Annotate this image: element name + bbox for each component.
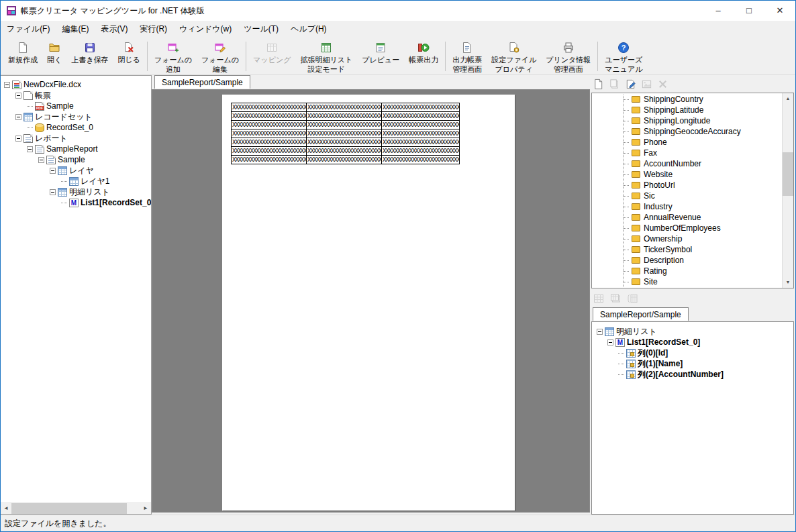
tree-item-recordsets[interactable]: レコードセット — [1, 111, 151, 122]
expand-toggle[interactable] — [26, 146, 34, 152]
menu-edit[interactable]: 編集(E) — [56, 21, 95, 38]
expand-toggle[interactable] — [15, 136, 22, 142]
field-item-website[interactable]: Website — [593, 169, 782, 180]
menu-help[interactable]: ヘルプ(H) — [285, 21, 333, 38]
table-cell[interactable]: XXXXXXXXXXXXXXXXXXXXXXXXXXXXXX — [382, 138, 460, 147]
field-item-shippinggeocodeaccuracy[interactable]: ShippingGeocodeAccuracy — [593, 126, 782, 137]
scroll-down-icon[interactable]: ▼ — [783, 277, 793, 288]
table-cell[interactable]: XXXXXXXXXXXXXXXXXXXXXXXXXXXXXX — [382, 121, 460, 129]
field-item-description[interactable]: Description — [593, 255, 782, 266]
table-cell[interactable]: XXXXXXXXXXXXXXXXXXXXXXXXXXXXXX — [382, 147, 460, 156]
expand-toggle[interactable] — [15, 114, 22, 120]
map-item-col2[interactable]: 列(2)[AccountNumber] — [592, 369, 793, 380]
tree-item-detail-list[interactable]: 明細リスト — [1, 187, 151, 197]
field-item-site[interactable]: Site — [593, 276, 782, 287]
field-item-accountnumber[interactable]: AccountNumber — [593, 158, 782, 169]
expand-toggle[interactable] — [38, 157, 45, 163]
field-item-photourl[interactable]: PhotoUrl — [593, 180, 782, 191]
table-cell[interactable]: XXXXXXXXXXXXXXXXXXXXXXXXXXXXXX — [307, 103, 382, 112]
expand-toggle[interactable] — [607, 339, 614, 345]
form-add-button[interactable]: フォームの 追加 — [150, 40, 197, 76]
output-report-manage-button[interactable]: 出力帳票 管理画面 — [448, 40, 487, 76]
settings-file-properties-button[interactable]: 設定ファイル プロパティ — [487, 40, 541, 76]
scroll-right-icon[interactable]: ► — [140, 503, 151, 514]
tree-item-layers[interactable]: レイヤ — [1, 165, 151, 176]
table-cell[interactable]: XXXXXXXXXXXXXXXXXXXXXXXXXXXXXX — [307, 156, 382, 164]
document-tab[interactable]: SampleReport/Sample — [154, 75, 250, 89]
tree-item-recordset0[interactable]: RecordSet_0 — [1, 122, 151, 133]
field-item-sic[interactable]: Sic — [593, 191, 782, 201]
tree-item-list1[interactable]: List1[RecordSet_0] — [1, 197, 151, 208]
tree-item-report-sample[interactable]: Sample — [1, 154, 151, 165]
tree-item-dcxfile[interactable]: NewDcxFile.dcx — [1, 79, 151, 90]
menu-window[interactable]: ウィンドウ(w) — [173, 21, 238, 38]
table-copy-icon[interactable] — [609, 292, 621, 305]
mapping-button[interactable]: マッピング — [248, 40, 295, 66]
menu-view[interactable]: 表示(V) — [95, 21, 134, 38]
table-cell[interactable]: XXXXXXXXXXXXXXXXXXXXXXXXXXXXXX — [232, 112, 307, 121]
edit-icon[interactable] — [625, 78, 636, 90]
save-button[interactable]: 上書き保存 — [66, 40, 113, 66]
expand-toggle[interactable] — [3, 82, 11, 88]
image-icon[interactable] — [641, 78, 652, 90]
mapping-tab[interactable]: SampleReport/Sample — [593, 307, 689, 321]
field-item-ownership[interactable]: Ownership — [593, 233, 782, 244]
table-cell[interactable]: XXXXXXXXXXXXXXXXXXXXXXXXXXXXXX — [232, 138, 307, 147]
tree-item-form-sample[interactable]: Sample — [1, 101, 151, 111]
map-item-list1[interactable]: List1[RecordSet_0] — [592, 337, 793, 348]
preview-button[interactable]: プレビュー — [357, 40, 404, 66]
tree-item-layer1[interactable]: レイヤ1 — [1, 176, 151, 187]
table-cell[interactable]: XXXXXXXXXXXXXXXXXXXXXXXXXXXXXX — [307, 129, 382, 138]
table-cell[interactable]: XXXXXXXXXXXXXXXXXXXXXXXXXXXXXX — [232, 147, 307, 156]
field-item-phone[interactable]: Phone — [593, 137, 782, 148]
report-output-button[interactable]: 帳票出力 — [404, 40, 443, 66]
table-cell[interactable]: XXXXXXXXXXXXXXXXXXXXXXXXXXXXXX — [382, 156, 460, 164]
new-icon[interactable] — [593, 78, 604, 90]
scroll-up-icon[interactable]: ▲ — [783, 93, 793, 104]
table-cell[interactable]: XXXXXXXXXXXXXXXXXXXXXXXXXXXXXX — [307, 121, 382, 129]
field-item-annualrevenue[interactable]: AnnualRevenue — [593, 212, 782, 223]
map-item-col1[interactable]: 列(1)[Name] — [592, 358, 793, 369]
table-cell[interactable]: XXXXXXXXXXXXXXXXXXXXXXXXXXXXXX — [232, 156, 307, 164]
tree-item-samplereport[interactable]: SampleReport — [1, 144, 151, 154]
table-columns-icon[interactable] — [626, 292, 638, 305]
maximize-button[interactable]: □ — [734, 1, 764, 21]
field-item-industry[interactable]: Industry — [593, 201, 782, 212]
extended-detail-list-button[interactable]: 拡張明細リスト 設定モード — [295, 40, 357, 76]
table-cell[interactable]: XXXXXXXXXXXXXXXXXXXXXXXXXXXXXX — [307, 147, 382, 156]
field-item-shippinglatitude[interactable]: ShippingLatitude — [593, 105, 782, 115]
table-cell[interactable]: XXXXXXXXXXXXXXXXXXXXXXXXXXXXXX — [382, 103, 460, 112]
copy-icon[interactable] — [609, 78, 620, 90]
new-button[interactable]: 新規作成 — [3, 40, 42, 66]
field-item-shippingcountry[interactable]: ShippingCountry — [593, 94, 782, 105]
menu-file[interactable]: ファイル(F) — [1, 21, 56, 38]
table-new-icon[interactable] — [593, 292, 605, 305]
printer-info-manage-button[interactable]: プリンタ情報 管理画面 — [541, 40, 595, 76]
table-cell[interactable]: XXXXXXXXXXXXXXXXXXXXXXXXXXXXXX — [382, 129, 460, 138]
table-cell[interactable]: XXXXXXXXXXXXXXXXXXXXXXXXXXXXXX — [232, 121, 307, 129]
vertical-scrollbar[interactable]: ▲ ▼ — [782, 93, 793, 288]
field-item-rating[interactable]: Rating — [593, 266, 782, 276]
horizontal-scrollbar[interactable]: ◄ ► — [1, 502, 151, 514]
scrollbar-thumb[interactable] — [11, 503, 127, 514]
expand-toggle[interactable] — [15, 93, 22, 99]
map-item-detail-list[interactable]: 明細リスト — [592, 326, 793, 337]
table-cell[interactable]: XXXXXXXXXXXXXXXXXXXXXXXXXXXXXX — [307, 112, 382, 121]
menu-tools[interactable]: ツール(T) — [238, 21, 285, 38]
form-edit-button[interactable]: フォームの 編集 — [197, 40, 244, 76]
scrollbar-thumb[interactable] — [783, 152, 793, 196]
table-cell[interactable]: XXXXXXXXXXXXXXXXXXXXXXXXXXXXXX — [232, 129, 307, 138]
field-item-tickersymbol[interactable]: TickerSymbol — [593, 244, 782, 255]
open-button[interactable]: 開く — [42, 40, 66, 66]
field-item-numberofemployees[interactable]: NumberOfEmployees — [593, 223, 782, 233]
expand-toggle[interactable] — [49, 168, 56, 174]
tree-item-reports[interactable]: レポート — [1, 133, 151, 144]
report-page[interactable]: XXXXXXXXXXXXXXXXXXXXXXXXXXXXXXXXXXXXXXXX… — [222, 95, 515, 511]
map-item-col0[interactable]: 列(0)[Id] — [592, 348, 793, 358]
tree-item-forms[interactable]: 帳票 — [1, 90, 151, 101]
expand-toggle[interactable] — [49, 189, 56, 195]
table-cell[interactable]: XXXXXXXXXXXXXXXXXXXXXXXXXXXXXX — [382, 112, 460, 121]
field-item-shippinglongitude[interactable]: ShippingLongitude — [593, 115, 782, 126]
table-cell[interactable]: XXXXXXXXXXXXXXXXXXXXXXXXXXXXXX — [307, 138, 382, 147]
table-cell[interactable]: XXXXXXXXXXXXXXXXXXXXXXXXXXXXXX — [232, 103, 307, 112]
